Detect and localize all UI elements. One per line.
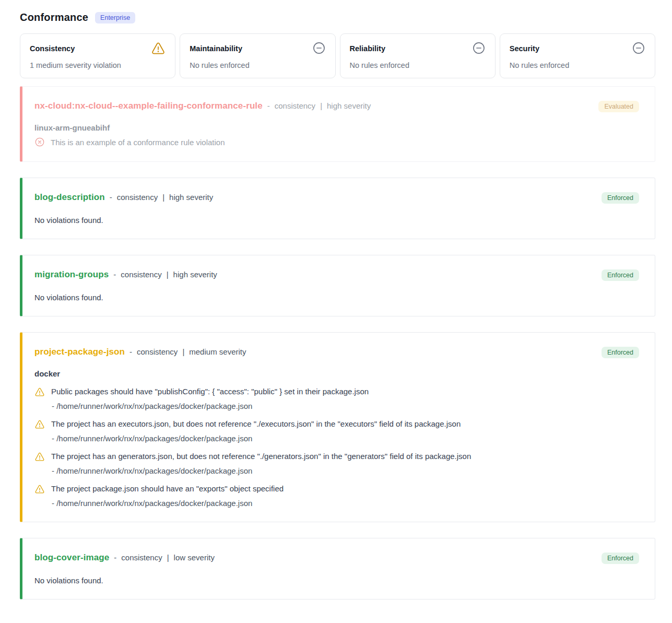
summary-card-subtitle: 1 medium severity violation	[30, 61, 166, 69]
rule-name[interactable]: blog-description	[34, 192, 105, 203]
violation-path: - /home/runner/work/nx/nx/packages/docke…	[52, 499, 639, 508]
rule-severity: medium severity	[189, 347, 246, 356]
enterprise-badge: Enterprise	[95, 12, 135, 23]
dash-circle-icon	[632, 41, 645, 55]
rule-result-text: No violations found.	[34, 216, 639, 225]
rule-header: project-package-json - consistency | med…	[34, 347, 639, 358]
rule-name[interactable]: nx-cloud:nx-cloud--example-failing-confo…	[34, 101, 263, 111]
warning-triangle-icon	[34, 419, 45, 430]
status-badge: Evaluated	[598, 101, 639, 112]
rule-card-example-failing: nx-cloud:nx-cloud--example-failing-confo…	[20, 86, 655, 162]
summary-card-top: Maintainability	[190, 41, 325, 55]
violation-item: The project has an generators.json, but …	[34, 451, 639, 475]
project-name: docker	[34, 369, 639, 378]
meta-pipe: |	[320, 101, 322, 110]
violation-message: The project package.json should have an …	[51, 484, 284, 494]
status-badge: Enforced	[602, 553, 639, 564]
rule-card-migration-groups: migration-groups - consistency | high se…	[20, 255, 655, 316]
violation-path: - /home/runner/work/nx/nx/packages/docke…	[52, 434, 639, 443]
summary-row: Consistency 1 medium severity violation …	[20, 33, 655, 78]
violation-line: This is an example of a conformance rule…	[34, 137, 639, 147]
violation-item: The project package.json should have an …	[34, 484, 639, 508]
rule-result-text: No violations found.	[34, 576, 639, 585]
violation-path: - /home/runner/work/nx/nx/packages/docke…	[52, 466, 639, 475]
summary-card-top: Consistency	[30, 41, 166, 56]
rule-title-line: blog-description - consistency | high se…	[34, 192, 213, 203]
violation-message-row: The project package.json should have an …	[34, 484, 639, 495]
summary-card-subtitle: No rules enforced	[190, 61, 325, 69]
violation-message-row: Public packages should have "publishConf…	[34, 386, 639, 397]
rule-card-blog-description: blog-description - consistency | high se…	[20, 178, 655, 239]
warning-triangle-icon	[151, 41, 166, 56]
summary-card-security: Security No rules enforced	[500, 33, 655, 78]
violation-message: The project has an generators.json, but …	[51, 451, 471, 462]
error-x-circle-icon	[34, 137, 45, 147]
rule-category: consistency	[117, 193, 158, 202]
violation-path: - /home/runner/work/nx/nx/packages/docke…	[52, 402, 639, 410]
summary-card-top: Reliability	[350, 41, 486, 55]
rule-category: consistency	[275, 101, 315, 110]
summary-card-subtitle: No rules enforced	[350, 61, 486, 69]
summary-card-title: Security	[510, 41, 539, 53]
rule-title-line: blog-cover-image - consistency | low sev…	[34, 553, 215, 563]
rule-title-line: project-package-json - consistency | med…	[34, 347, 246, 357]
rule-severity: high severity	[173, 270, 217, 279]
rule-name[interactable]: blog-cover-image	[34, 553, 109, 563]
violations-list: Public packages should have "publishConf…	[34, 386, 639, 508]
page-header: Conformance Enterprise	[20, 11, 655, 23]
summary-card-title: Consistency	[30, 41, 75, 53]
dash-circle-icon	[472, 41, 486, 55]
violation-message-row: The project has an generators.json, but …	[34, 451, 639, 462]
summary-card-title: Maintainability	[190, 41, 242, 53]
violation-message: Public packages should have "publishConf…	[51, 386, 369, 397]
summary-card-maintainability: Maintainability No rules enforced	[180, 33, 335, 78]
meta-pipe: |	[167, 270, 169, 279]
violation-item: Public packages should have "publishConf…	[34, 386, 639, 410]
rule-title-line: nx-cloud:nx-cloud--example-failing-confo…	[34, 101, 371, 111]
rule-severity: high severity	[327, 101, 371, 110]
rule-severity: low severity	[174, 553, 215, 562]
warning-triangle-icon	[34, 452, 45, 462]
rule-category: consistency	[121, 270, 161, 279]
meta-dash: -	[113, 270, 116, 279]
warning-triangle-icon	[34, 387, 45, 397]
project-name: linux-arm-gnueabihf	[34, 123, 639, 132]
violation-message: This is an example of a conformance rule…	[51, 138, 225, 147]
summary-card-top: Security	[510, 41, 645, 55]
rule-header: nx-cloud:nx-cloud--example-failing-confo…	[34, 101, 639, 112]
rule-header: blog-cover-image - consistency | low sev…	[34, 553, 639, 564]
status-badge: Enforced	[602, 192, 639, 204]
rule-card-blog-cover-image: blog-cover-image - consistency | low sev…	[20, 538, 655, 600]
violation-message-row: The project has an executors.json, but d…	[34, 419, 639, 430]
conformance-page: Conformance Enterprise Consistency 1 med…	[0, 0, 672, 620]
summary-card-subtitle: No rules enforced	[510, 61, 645, 69]
rule-result-text: No violations found.	[34, 293, 639, 302]
rule-name[interactable]: project-package-json	[34, 347, 125, 357]
rule-header: blog-description - consistency | high se…	[34, 192, 639, 204]
rule-severity: high severity	[169, 193, 213, 202]
page-title: Conformance	[20, 11, 88, 23]
meta-pipe: |	[182, 347, 184, 356]
summary-card-reliability: Reliability No rules enforced	[340, 33, 496, 78]
summary-card-consistency: Consistency 1 medium severity violation	[20, 33, 175, 78]
violation-item: The project has an executors.json, but d…	[34, 419, 639, 443]
status-badge: Enforced	[602, 269, 639, 281]
status-badge: Enforced	[602, 347, 639, 358]
rule-card-project-package-json: project-package-json - consistency | med…	[20, 332, 655, 522]
rule-name[interactable]: migration-groups	[34, 269, 109, 280]
meta-dash: -	[267, 101, 270, 110]
rule-header: migration-groups - consistency | high se…	[34, 269, 639, 281]
rule-category: consistency	[121, 553, 162, 562]
rule-title-line: migration-groups - consistency | high se…	[34, 269, 217, 280]
violation-message: The project has an executors.json, but d…	[51, 419, 461, 429]
warning-triangle-icon	[34, 484, 45, 495]
rule-category: consistency	[137, 347, 178, 356]
meta-dash: -	[110, 193, 112, 202]
meta-dash: -	[114, 553, 116, 562]
meta-pipe: |	[167, 553, 169, 562]
summary-card-title: Reliability	[350, 41, 386, 53]
dash-circle-icon	[312, 41, 326, 55]
meta-pipe: |	[162, 193, 164, 202]
meta-dash: -	[129, 347, 132, 356]
